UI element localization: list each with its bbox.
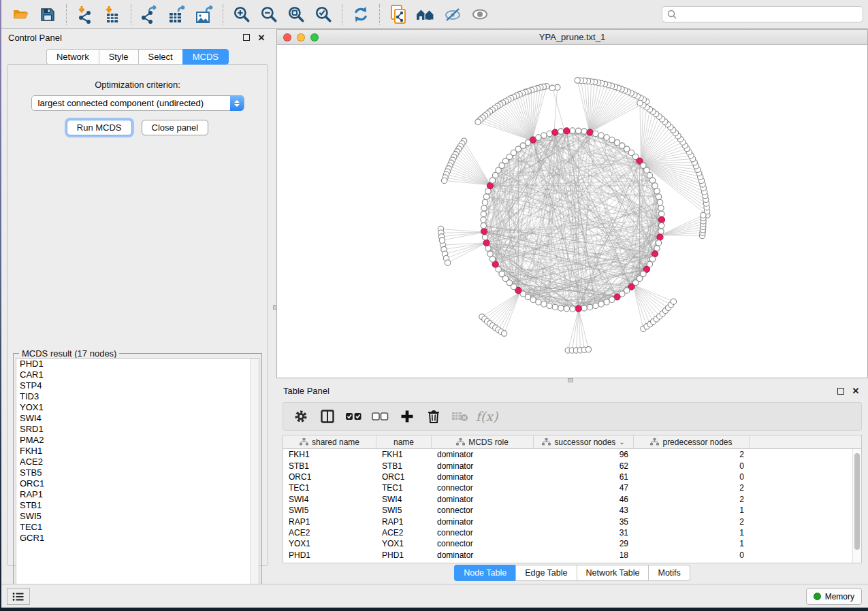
mcds-result-item[interactable]: STB1 bbox=[16, 500, 259, 511]
window-zoom-button[interactable] bbox=[310, 33, 319, 42]
run-mcds-button[interactable]: Run MCDS bbox=[67, 120, 132, 135]
criterion-select[interactable]: largest connected component (undirected) bbox=[31, 95, 244, 111]
scrollbar-thumb[interactable] bbox=[854, 453, 860, 550]
cell-predecessor-nodes[interactable]: 1 bbox=[634, 528, 750, 538]
cell-successor-nodes[interactable]: 18 bbox=[534, 550, 634, 560]
cell-MCDS-role[interactable]: connector bbox=[432, 528, 534, 538]
tab-mcds[interactable]: MCDS bbox=[182, 49, 229, 65]
table-panel-close-button[interactable]: ✕ bbox=[850, 386, 861, 397]
cell-successor-nodes[interactable]: 46 bbox=[534, 495, 634, 504]
column-header-predecessor-nodes[interactable]: predecessor nodes bbox=[634, 435, 750, 448]
window-close-button[interactable] bbox=[283, 33, 291, 42]
tab-node-table[interactable]: Node Table bbox=[454, 565, 515, 581]
memory-button[interactable]: Memory bbox=[806, 588, 862, 605]
cell-MCDS-role[interactable]: dominator bbox=[432, 495, 534, 504]
cell-MCDS-role[interactable]: dominator bbox=[432, 461, 534, 471]
cell-name[interactable]: TEC1 bbox=[376, 483, 432, 493]
column-header-shared-name[interactable]: shared name bbox=[283, 435, 376, 448]
table-panel-float-button[interactable] bbox=[835, 386, 846, 397]
tab-edge-table[interactable]: Edge Table bbox=[515, 565, 576, 581]
table-row[interactable]: ACE2ACE2connector311 bbox=[283, 527, 861, 538]
mcds-result-item[interactable]: TEC1 bbox=[16, 522, 259, 533]
tab-motifs[interactable]: Motifs bbox=[648, 565, 690, 581]
cell-successor-nodes[interactable]: 61 bbox=[534, 472, 634, 482]
cell-name[interactable]: FKH1 bbox=[376, 450, 432, 459]
cell-shared-name[interactable]: YOX1 bbox=[283, 539, 376, 548]
open-file-button[interactable] bbox=[7, 3, 34, 26]
mcds-result-item[interactable]: SWI5 bbox=[16, 511, 259, 522]
cell-name[interactable]: ACE2 bbox=[376, 528, 432, 538]
table-scrollbar[interactable] bbox=[852, 449, 861, 563]
mcds-result-item[interactable]: STP4 bbox=[16, 380, 259, 391]
search-input[interactable] bbox=[677, 7, 863, 21]
mcds-result-item[interactable]: FKH1 bbox=[16, 446, 259, 457]
cell-shared-name[interactable]: ORC1 bbox=[283, 472, 376, 482]
zoom-out-button[interactable] bbox=[255, 3, 283, 26]
show-panels-menu-button[interactable] bbox=[7, 588, 30, 605]
control-panel-float-button[interactable] bbox=[241, 32, 252, 43]
cell-name[interactable]: SWI5 bbox=[376, 506, 432, 515]
cell-shared-name[interactable]: RAP1 bbox=[283, 517, 376, 527]
mcds-result-item[interactable]: ACE2 bbox=[16, 457, 259, 467]
cell-successor-nodes[interactable]: 62 bbox=[534, 461, 634, 471]
cell-predecessor-nodes[interactable]: 1 bbox=[634, 506, 750, 515]
cell-successor-nodes[interactable]: 47 bbox=[534, 483, 634, 493]
panel-splitter-horizontal[interactable] bbox=[276, 378, 868, 383]
cell-successor-nodes[interactable]: 96 bbox=[534, 450, 634, 459]
splitter-handle[interactable] bbox=[568, 378, 573, 382]
cell-successor-nodes[interactable]: 35 bbox=[534, 517, 634, 527]
mcds-result-item[interactable]: ORC1 bbox=[16, 478, 259, 489]
mcds-list-scrollbar[interactable] bbox=[250, 359, 259, 602]
cell-shared-name[interactable]: FKH1 bbox=[283, 450, 376, 459]
cell-MCDS-role[interactable]: dominator bbox=[432, 472, 534, 482]
mcds-result-item[interactable]: GCR1 bbox=[16, 533, 259, 544]
cell-MCDS-role[interactable]: connector bbox=[432, 483, 534, 493]
mcds-result-item[interactable]: SWI4 bbox=[16, 413, 259, 424]
mcds-result-item[interactable]: SRD1 bbox=[16, 424, 259, 435]
cell-name[interactable]: RAP1 bbox=[376, 517, 432, 527]
import-table-button[interactable] bbox=[99, 3, 126, 26]
mcds-result-item[interactable]: TID3 bbox=[16, 391, 259, 402]
cell-predecessor-nodes[interactable]: 2 bbox=[634, 495, 750, 504]
delete-column-button[interactable] bbox=[423, 406, 445, 427]
export-table-button[interactable] bbox=[163, 3, 191, 26]
mcds-result-item[interactable]: CAR1 bbox=[16, 369, 259, 380]
mcds-result-item[interactable]: STB5 bbox=[16, 467, 259, 478]
table-row[interactable]: FKH1FKH1dominator962 bbox=[283, 449, 861, 460]
table-row[interactable]: RAP1RAP1dominator352 bbox=[283, 516, 861, 527]
zoom-selected-button[interactable] bbox=[310, 3, 337, 26]
table-row[interactable]: PHD1PHD1dominator180 bbox=[283, 550, 861, 561]
zoom-fit-button[interactable] bbox=[283, 3, 310, 26]
tab-network[interactable]: Network bbox=[46, 49, 99, 65]
table-row[interactable]: ORC1ORC1dominator610 bbox=[283, 472, 861, 482]
cell-predecessor-nodes[interactable]: 0 bbox=[634, 550, 750, 560]
cell-MCDS-role[interactable]: dominator bbox=[432, 517, 534, 527]
mcds-result-item[interactable]: PMA2 bbox=[16, 435, 259, 446]
save-session-button[interactable] bbox=[34, 3, 61, 26]
tab-network-table[interactable]: Network Table bbox=[577, 565, 649, 581]
cell-successor-nodes[interactable]: 31 bbox=[534, 528, 634, 538]
cell-MCDS-role[interactable]: connector bbox=[432, 506, 534, 515]
cell-shared-name[interactable]: PHD1 bbox=[283, 550, 376, 560]
cell-predecessor-nodes[interactable]: 2 bbox=[634, 483, 750, 493]
cell-shared-name[interactable]: SWI4 bbox=[283, 495, 376, 504]
cell-shared-name[interactable]: STB1 bbox=[283, 461, 376, 471]
cell-MCDS-role[interactable]: dominator bbox=[432, 450, 534, 459]
column-header-MCDS-role[interactable]: MCDS role bbox=[432, 435, 534, 448]
new-network-from-selection-button[interactable] bbox=[385, 3, 412, 26]
export-image-button[interactable] bbox=[191, 3, 218, 26]
column-header-successor-nodes[interactable]: successor nodes⌄ bbox=[534, 435, 634, 448]
show-all-button[interactable] bbox=[466, 3, 494, 26]
first-neighbors-button[interactable] bbox=[412, 3, 439, 26]
cell-successor-nodes[interactable]: 43 bbox=[534, 506, 634, 515]
close-panel-button[interactable]: Close panel bbox=[142, 120, 209, 135]
mcds-result-item[interactable]: PHD1 bbox=[16, 359, 259, 369]
table-row[interactable]: TEC1TEC1connector472 bbox=[283, 482, 861, 493]
tab-select[interactable]: Select bbox=[138, 49, 182, 65]
column-header-name[interactable]: name bbox=[376, 435, 432, 448]
cell-name[interactable]: ORC1 bbox=[376, 472, 432, 482]
function-builder-button[interactable]: f(x) bbox=[476, 406, 498, 427]
cell-shared-name[interactable]: SWI5 bbox=[283, 506, 376, 515]
cell-predecessor-nodes[interactable]: 0 bbox=[634, 461, 750, 471]
table-row[interactable]: SWI5SWI5connector431 bbox=[283, 505, 861, 516]
